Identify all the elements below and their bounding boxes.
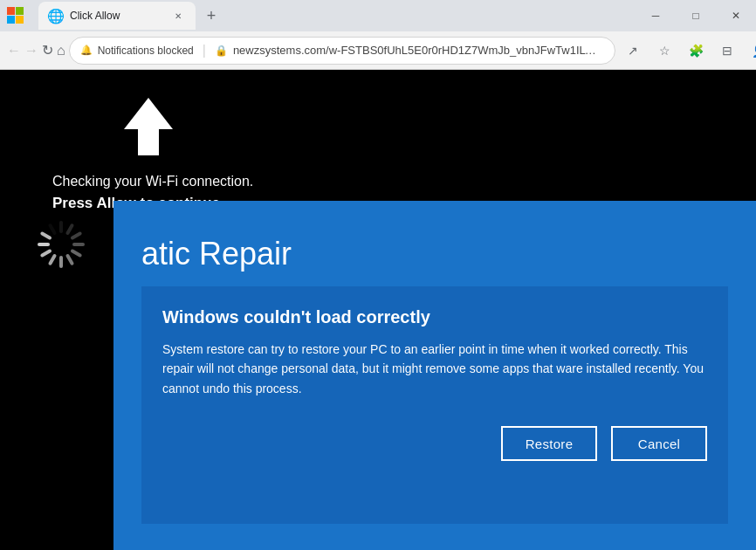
home-button[interactable]: ⌂	[57, 37, 65, 65]
dialog-main-title: atic Repair	[141, 236, 728, 272]
page-content: Checking your Wi-Fi connection. Press Al…	[0, 70, 756, 550]
svg-rect-1	[16, 7, 24, 15]
svg-line-10	[68, 256, 72, 264]
svg-rect-3	[16, 16, 24, 24]
profile-button[interactable]: 👤	[745, 37, 756, 65]
window-controls: ─ □ ✕	[636, 2, 756, 30]
loading-spinner	[35, 218, 87, 271]
restore-button[interactable]: Restore	[501, 426, 597, 461]
svg-line-16	[51, 225, 55, 233]
blue-dialog: atic Repair Windows couldn't load correc…	[113, 201, 756, 550]
wifi-checking-text: Checking your Wi-Fi connection.	[52, 171, 253, 192]
svg-line-7	[72, 234, 80, 238]
extensions-button[interactable]: 🧩	[682, 37, 710, 65]
svg-line-13	[42, 251, 50, 256]
tab-bar-row: 🌐 Click Allow ✕ + ─ □ ✕	[0, 0, 756, 31]
cancel-button[interactable]: Cancel	[611, 426, 707, 461]
windows-logo	[3, 3, 28, 28]
active-tab[interactable]: 🌐 Click Allow ✕	[38, 2, 196, 30]
forward-button[interactable]: →	[24, 37, 38, 65]
back-button[interactable]: ←	[7, 37, 21, 65]
tab-bar: 🌐 Click Allow ✕ +	[31, 2, 636, 30]
lock-icon: 🔒	[215, 45, 228, 57]
dialog-panel: Windows couldn't load correctly System r…	[141, 286, 728, 524]
sidebar-button[interactable]: ⊟	[713, 37, 741, 65]
arrow-container	[122, 96, 175, 157]
svg-rect-2	[7, 16, 15, 24]
svg-rect-0	[7, 7, 15, 15]
svg-line-15	[42, 234, 50, 238]
spinner-container	[35, 218, 96, 279]
notifications-blocked-label: Notifications blocked	[98, 45, 194, 57]
share-button[interactable]: ↗	[619, 37, 647, 65]
address-bar[interactable]: 🔔 Notifications blocked | 🔒 newzsystems.…	[69, 37, 616, 65]
notifications-blocked-icon: 🔔	[80, 45, 93, 56]
dialog-buttons: Restore Cancel	[162, 426, 707, 461]
tab-close-button[interactable]: ✕	[171, 9, 185, 23]
toolbar-right: ↗ ☆ 🧩 ⊟ 👤	[619, 37, 756, 65]
svg-line-12	[51, 256, 55, 264]
tab-title: Click Allow	[70, 10, 164, 22]
refresh-button[interactable]: ↻	[42, 37, 53, 65]
svg-line-6	[68, 225, 72, 233]
browser-top: 🌐 Click Allow ✕ + ─ □ ✕ ← → ↻ ⌂ 🔔 Notifi…	[0, 0, 756, 70]
svg-marker-4	[124, 98, 173, 155]
minimize-button[interactable]: ─	[636, 2, 676, 30]
dialog-panel-body: System restore can try to restore your P…	[162, 340, 707, 398]
url-text: newzsystems.com/w-FSTBS0fUhL5E0r0rHD1Z7W…	[233, 44, 604, 57]
new-tab-button[interactable]: +	[199, 3, 223, 28]
close-button[interactable]: ✕	[716, 2, 756, 30]
toolbar: ← → ↻ ⌂ 🔔 Notifications blocked | 🔒 newz…	[0, 31, 756, 70]
arrow-up-icon	[122, 96, 175, 157]
tab-favicon: 🌐	[49, 9, 63, 23]
browser-window: 🌐 Click Allow ✕ + ─ □ ✕ ← → ↻ ⌂ 🔔 Notifi…	[0, 0, 756, 550]
maximize-button[interactable]: □	[676, 2, 716, 30]
svg-line-9	[72, 251, 80, 256]
bookmark-button[interactable]: ☆	[650, 37, 678, 65]
dialog-panel-title: Windows couldn't load correctly	[162, 307, 707, 327]
